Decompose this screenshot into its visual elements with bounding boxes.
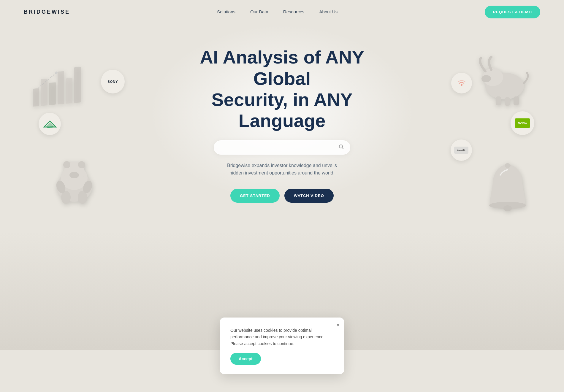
get-started-button[interactable]: GET STARTED bbox=[230, 189, 280, 203]
bear-graphic bbox=[45, 148, 104, 208]
bear-3d-icon bbox=[45, 148, 104, 208]
svg-point-28 bbox=[481, 75, 491, 82]
cookie-accept-button[interactable]: Accept bbox=[230, 353, 261, 365]
nav-our-data[interactable]: Our Data bbox=[250, 9, 268, 14]
nvidia-logo-icon: NVIDIA bbox=[514, 118, 530, 128]
hero-buttons: GET STARTED WATCH VIDEO bbox=[230, 189, 334, 203]
svg-line-36 bbox=[342, 147, 344, 149]
badge-nestle: Nestlé bbox=[451, 139, 472, 161]
svg-rect-8 bbox=[33, 88, 39, 107]
search-icon bbox=[339, 144, 344, 151]
svg-text:Nestlé: Nestlé bbox=[457, 149, 465, 152]
hero-section: SONY VALE NVIDIA Nestlé bbox=[0, 24, 564, 231]
badge-vale: VALE bbox=[39, 113, 61, 135]
svg-rect-10 bbox=[49, 82, 56, 105]
navbar: BRIDGEWISE Solutions Our Data Resources … bbox=[0, 0, 564, 24]
nav-resources[interactable]: Resources bbox=[283, 9, 305, 14]
svg-rect-9 bbox=[41, 79, 47, 106]
chart-graphic bbox=[30, 59, 95, 113]
nestle-logo-icon: Nestlé bbox=[454, 145, 469, 155]
nav-about-us[interactable]: About Us bbox=[319, 9, 338, 14]
svg-point-21 bbox=[69, 172, 79, 178]
svg-point-3 bbox=[461, 84, 462, 86]
svg-rect-13 bbox=[74, 67, 81, 103]
search-input[interactable] bbox=[220, 145, 339, 150]
svg-text:VALE: VALE bbox=[47, 126, 53, 128]
nav-links: Solutions Our Data Resources About Us bbox=[217, 9, 338, 15]
vale-logo-icon: VALE bbox=[42, 120, 57, 128]
svg-point-15 bbox=[55, 72, 58, 74]
svg-point-34 bbox=[503, 205, 512, 211]
bull-3d-icon bbox=[475, 53, 534, 107]
search-bar bbox=[214, 140, 350, 155]
bell-3d-icon bbox=[484, 160, 531, 214]
badge-sony: SONY bbox=[101, 70, 125, 93]
svg-point-20 bbox=[78, 161, 85, 168]
svg-rect-11 bbox=[58, 71, 64, 104]
watch-video-button[interactable]: WATCH VIDEO bbox=[284, 189, 334, 203]
svg-rect-12 bbox=[66, 78, 72, 104]
bull-graphic bbox=[475, 53, 534, 107]
hero-title: AI Analysis of ANY Global Security, in A… bbox=[178, 47, 386, 131]
svg-rect-29 bbox=[496, 96, 501, 105]
svg-rect-31 bbox=[514, 96, 519, 105]
cookie-text: Our website uses cookies to provide opti… bbox=[230, 327, 334, 347]
hero-subtitle: Bridgewise expands investor knowledge an… bbox=[220, 162, 344, 177]
bell-graphic bbox=[484, 160, 531, 214]
cookie-close-button[interactable]: × bbox=[336, 322, 340, 328]
svg-point-32 bbox=[505, 163, 511, 168]
svg-rect-30 bbox=[505, 97, 510, 106]
logo[interactable]: BRIDGEWISE bbox=[24, 9, 70, 15]
cookie-banner: × Our website uses cookies to provide op… bbox=[220, 318, 344, 374]
svg-text:NVIDIA: NVIDIA bbox=[518, 122, 527, 125]
badge-signal bbox=[451, 73, 472, 93]
nav-solutions[interactable]: Solutions bbox=[217, 9, 235, 14]
signal-icon bbox=[456, 78, 467, 88]
svg-point-19 bbox=[63, 161, 70, 168]
badge-nvidia: NVIDIA bbox=[511, 111, 534, 135]
request-demo-button[interactable]: REQUEST A DEMO bbox=[485, 6, 541, 18]
chart-3d-icon bbox=[30, 59, 95, 113]
